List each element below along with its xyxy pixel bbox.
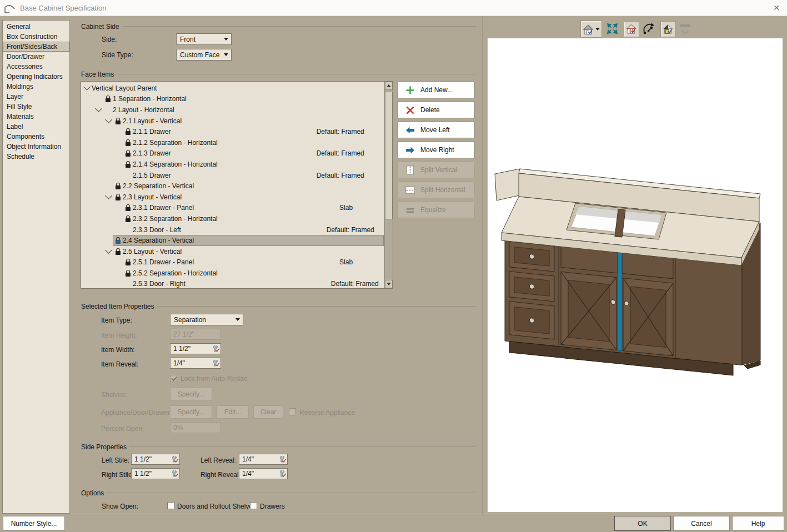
fill-window-button[interactable] (606, 22, 619, 35)
sidebar-item-front-sides-back[interactable]: Front/Sides/Back (3, 42, 69, 52)
plus-icon (405, 85, 415, 96)
tree-item[interactable]: 2.5.2 Separation - Horizontal (81, 268, 384, 279)
right-stile-field[interactable] (131, 468, 180, 479)
sidebar-item-box-construction[interactable]: Box Construction (3, 32, 69, 42)
chevron-down-icon[interactable] (105, 247, 112, 254)
tree-scrollbar[interactable] (384, 82, 393, 288)
cancel-button[interactable]: Cancel (673, 516, 730, 531)
chevron-down-icon[interactable] (83, 83, 91, 91)
item-type-select[interactable]: Separation (170, 314, 243, 325)
default-wrench-icon[interactable] (278, 470, 287, 478)
group-title-face-items: Face Items (81, 71, 114, 78)
side-select[interactable]: Front (176, 33, 232, 45)
mouse-orbit-button[interactable] (642, 22, 656, 36)
tree-item-note: Default: Framed (327, 226, 374, 234)
tree-item[interactable]: 2.1.4 Separation - Horizontal (81, 159, 384, 170)
default-wrench-icon[interactable] (170, 470, 179, 478)
panel-divider (482, 16, 483, 514)
tree-item[interactable]: 2.1.3 DrawerDefault: Framed (81, 148, 384, 159)
chevron-down-icon[interactable] (105, 192, 112, 199)
tree-item[interactable]: 2.5.1 Drawer - PanelSlab (81, 257, 384, 268)
sidebar-item-label[interactable]: Label (3, 122, 69, 132)
lock-icon (126, 164, 131, 168)
tree-item-note: Default: Framed (317, 172, 364, 179)
split-horizontal-icon (405, 185, 415, 195)
tree-item[interactable]: 2.1 Layout - Vertical (81, 116, 384, 127)
camera-view-button[interactable] (580, 21, 602, 38)
percent-open-field (170, 422, 221, 433)
sidebar-item-moldings[interactable]: Moldings (3, 82, 69, 92)
arrow-right-icon (405, 145, 415, 155)
sidebar-item-layer[interactable]: Layer (3, 92, 69, 102)
tree-item[interactable]: 2.3.1 Drawer - PanelSlab (81, 203, 384, 214)
scrollbar-thumb[interactable] (385, 92, 393, 219)
house-color-icon (663, 23, 674, 35)
tree-item[interactable]: 2.1.1 DrawerDefault: Framed (81, 126, 384, 137)
right-reveal-label: Right Reveal: (200, 471, 240, 479)
item-type-value: Separation (174, 316, 206, 324)
tree-item[interactable]: 2.1.2 Separation - Horizontal (81, 137, 384, 148)
scroll-down-button[interactable] (385, 280, 393, 288)
item-reveal-field[interactable] (170, 358, 221, 369)
sidebar-item-fill-style[interactable]: Fill Style (3, 102, 69, 112)
tree-item[interactable]: 2.2 Separation - Vertical (81, 180, 384, 192)
default-wrench-icon[interactable] (211, 345, 220, 353)
right-reveal-field[interactable] (239, 468, 288, 479)
doors-rollout-shelves-label: Doors and Rollout Shelves (177, 503, 256, 510)
sidebar-item-schedule[interactable]: Schedule (3, 152, 69, 162)
left-stile-label: Left Stile: (102, 456, 129, 464)
move-left-button[interactable]: Move Left (397, 122, 475, 138)
sidebar-item-object-information[interactable]: Object Information (3, 142, 69, 152)
adr-specify-button: Specify... (170, 405, 212, 419)
tree-item[interactable]: 2.3 Layout - Vertical (81, 192, 384, 203)
percent-open-label: Percent Open: (101, 425, 144, 433)
scroll-up-button[interactable] (385, 82, 393, 90)
doors-rollout-shelves-checkbox[interactable] (167, 502, 174, 509)
tree-item[interactable]: 2.3.3 Door - LeftDefault: Framed (81, 224, 384, 235)
tree-item-selected[interactable]: 2.4 Separation - Vertical (81, 235, 384, 246)
number-style-button[interactable]: Number Style... (3, 516, 65, 531)
left-stile-field[interactable] (131, 454, 180, 465)
chevron-down-icon[interactable] (105, 116, 112, 123)
color-view-button[interactable] (660, 21, 676, 37)
chevron-down-icon[interactable] (95, 106, 102, 113)
tree-item[interactable]: 1 Separation - Horizontal (81, 94, 384, 105)
sidebar-item-materials[interactable]: Materials (3, 112, 69, 122)
sidebar-item-accessories[interactable]: Accessories (3, 62, 69, 72)
ok-button[interactable]: OK (614, 516, 671, 531)
preview-canvas[interactable] (487, 38, 783, 513)
default-wrench-icon[interactable] (170, 455, 179, 463)
sidebar-item-components[interactable]: Components (3, 132, 69, 142)
tree-item[interactable]: 2.5 Layout - Vertical (81, 246, 384, 257)
group-title-options: Options (81, 489, 104, 497)
framing-overview-button[interactable] (624, 21, 639, 37)
base-cabinet-specification-dialog: Base Cabinet Specification ✕ General Box… (0, 0, 787, 532)
tree-item[interactable]: 2.3.2 Separation - Horizontal (81, 213, 384, 224)
app-logo-icon (4, 2, 16, 14)
tree-item[interactable]: 2.1.5 DrawerDefault: Framed (81, 170, 384, 181)
sidebar-item-general[interactable]: General (3, 22, 69, 32)
sidebar-item-door-drawer[interactable]: Door/Drawer (3, 52, 69, 62)
close-icon[interactable]: ✕ (771, 3, 781, 13)
sidebar-item-opening-indicators[interactable]: Opening Indicators (3, 72, 69, 82)
equalize-icon (405, 205, 415, 215)
chevron-down-icon (235, 318, 240, 321)
left-reveal-field[interactable] (239, 454, 288, 465)
lock-icon (116, 185, 121, 189)
move-right-button[interactable]: Move Right (397, 142, 475, 158)
add-new-button[interactable]: Add New... (397, 82, 475, 98)
drawers-checkbox[interactable] (250, 502, 257, 509)
right-stile-label: Right Stile: (102, 471, 134, 479)
default-wrench-icon[interactable] (278, 455, 287, 463)
left-reveal-label: Left Reveal: (200, 456, 236, 464)
item-width-field[interactable] (170, 343, 221, 354)
delete-button[interactable]: Delete (397, 102, 475, 118)
tree-item-note: Default: Framed (331, 280, 379, 288)
tree-item[interactable]: 2.5.3 Door - RightDefault: Framed (81, 279, 384, 289)
tree-item[interactable]: Vertical Layout Parent (81, 83, 384, 94)
side-type-select[interactable]: Custom Face (176, 49, 232, 61)
appliance-door-drawer-label: Appliance/Door/Drawer: (101, 409, 172, 416)
help-button[interactable]: Help (732, 516, 784, 531)
tree-item[interactable]: 2 Layout - Horizontal (81, 104, 384, 116)
default-wrench-icon[interactable] (211, 359, 220, 367)
